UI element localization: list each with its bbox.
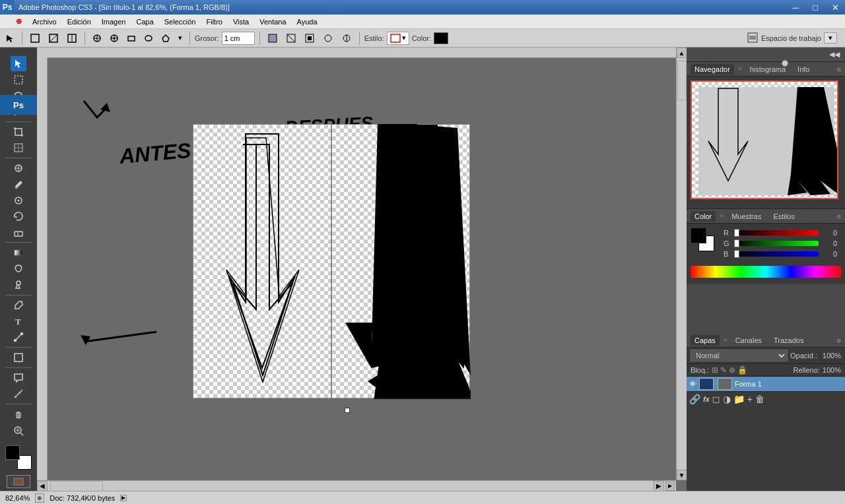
- layers-menu-btn[interactable]: ≡: [837, 336, 841, 344]
- tool-clone[interactable]: [11, 193, 26, 208]
- tool-icon-b[interactable]: [107, 32, 121, 44]
- grosor-input[interactable]: [222, 32, 255, 45]
- tool-icon-a[interactable]: [90, 32, 104, 44]
- path-btn-2[interactable]: [46, 32, 61, 45]
- lock-transparent-icon[interactable]: ⊞: [712, 365, 718, 375]
- workspace-dropdown-btn[interactable]: ▾: [824, 32, 837, 44]
- tool-hand[interactable]: [11, 407, 26, 422]
- transform-handle[interactable]: [345, 408, 350, 413]
- menu-seleccion[interactable]: Selección: [159, 15, 201, 29]
- tab-info[interactable]: Info: [794, 64, 813, 75]
- fg-color[interactable]: [691, 228, 706, 243]
- maximize-button[interactable]: □: [805, 0, 825, 15]
- layer-new-btn[interactable]: +: [747, 394, 753, 404]
- vscroll-down[interactable]: ▼: [677, 470, 687, 480]
- fg-bg-colors[interactable]: [691, 228, 714, 251]
- minimize-button[interactable]: ─: [786, 0, 805, 15]
- menu-edicion[interactable]: Edición: [62, 15, 96, 29]
- hscroll-thumb[interactable]: [50, 481, 103, 491]
- tool-move[interactable]: [11, 56, 26, 71]
- tool-zoom[interactable]: [11, 423, 26, 437]
- g-slider[interactable]: [734, 241, 819, 246]
- navigator-menu-btn[interactable]: ≡: [837, 65, 841, 73]
- blend-mode-select[interactable]: Normal: [691, 350, 788, 362]
- tab-navigator[interactable]: Navegador: [691, 64, 734, 75]
- tool-custom-shape[interactable]: [158, 32, 173, 44]
- path-btn-1[interactable]: [27, 32, 43, 45]
- tool-shape-ellipse[interactable]: [141, 32, 156, 44]
- tab-muestras[interactable]: Muestras: [727, 211, 765, 222]
- vscroll-up[interactable]: ▲: [677, 47, 687, 58]
- canvas-info-btn[interactable]: ▶: [665, 482, 675, 491]
- b-slider[interactable]: [734, 251, 819, 257]
- path-mode-1[interactable]: [265, 32, 281, 45]
- tab-estilos[interactable]: Estilos: [769, 211, 798, 222]
- tool-options-icon[interactable]: [3, 32, 17, 44]
- tool-gradient[interactable]: [11, 245, 26, 260]
- collapse-right-btn[interactable]: ◀◀: [827, 49, 842, 60]
- tool-path-selection[interactable]: [11, 330, 26, 344]
- layer-row-forma1[interactable]: 👁 Forma 1: [687, 377, 845, 391]
- layer-mask-btn[interactable]: ◻: [712, 394, 720, 404]
- menu-archivo[interactable]: Archivo: [27, 15, 62, 29]
- color-menu-btn[interactable]: ≡: [837, 212, 841, 220]
- tab-color[interactable]: Color: [691, 211, 716, 222]
- tool-annotations[interactable]: [11, 371, 26, 385]
- color-swatch[interactable]: [434, 32, 448, 44]
- navigator-preview[interactable]: [691, 80, 838, 199]
- lock-position-icon[interactable]: ⊕: [729, 365, 735, 375]
- tab-trazados[interactable]: Trazados: [770, 335, 807, 346]
- tool-arrow-dropdown[interactable]: ▾: [176, 32, 185, 44]
- layer-link-btn[interactable]: 🔗: [689, 394, 700, 404]
- menu-ayuda[interactable]: Ayuda: [292, 15, 323, 29]
- path-mode-4[interactable]: [320, 32, 336, 45]
- fg-color-swatch[interactable]: [5, 445, 20, 460]
- layer-fx-btn[interactable]: fx: [703, 395, 710, 403]
- vscroll-thumb[interactable]: [677, 61, 687, 100]
- path-mode-2[interactable]: [283, 32, 299, 45]
- tool-brush[interactable]: [11, 177, 26, 191]
- r-slider[interactable]: [734, 230, 819, 236]
- hscroll-bar[interactable]: ◀ ▶ ▶: [37, 480, 676, 491]
- menu-capa[interactable]: Capa: [131, 15, 158, 29]
- layer-delete-btn[interactable]: 🗑: [755, 394, 764, 404]
- layer-folder-btn[interactable]: 📁: [733, 394, 745, 404]
- layer-visibility-icon[interactable]: 👁: [689, 380, 696, 388]
- menu-adobe[interactable]: ⊕: [0, 15, 27, 29]
- close-button[interactable]: ✕: [825, 0, 845, 15]
- window-controls[interactable]: ─ □ ✕: [786, 0, 845, 15]
- quick-mask-btn[interactable]: [7, 475, 30, 488]
- canvas-viewport[interactable]: ANTES DESPUES: [48, 58, 676, 480]
- tool-text[interactable]: T: [11, 314, 26, 329]
- path-mode-3[interactable]: [302, 32, 318, 45]
- estilo-dropdown[interactable]: ▾: [387, 32, 409, 45]
- fg-bg-color-tool[interactable]: [5, 445, 32, 470]
- tool-selection[interactable]: [11, 73, 26, 87]
- ps-side-button[interactable]: Ps: [0, 95, 37, 115]
- tool-eraser[interactable]: [11, 225, 26, 239]
- menu-ventana[interactable]: Ventana: [254, 15, 291, 29]
- lock-brush-icon[interactable]: ✎: [720, 365, 727, 375]
- tool-pen[interactable]: [11, 298, 26, 312]
- tool-shape-rect[interactable]: [124, 32, 139, 44]
- tool-history[interactable]: [11, 209, 26, 224]
- path-mode-5[interactable]: [339, 32, 355, 45]
- layer-adj-btn[interactable]: ◑: [723, 394, 731, 404]
- tool-measure[interactable]: [11, 387, 26, 401]
- menu-imagen[interactable]: Imagen: [96, 15, 131, 29]
- tool-slice[interactable]: [11, 141, 26, 155]
- spectrum-bar[interactable]: [691, 266, 841, 278]
- lock-all-icon[interactable]: 🔒: [737, 365, 747, 375]
- menu-filtro[interactable]: Filtro: [201, 15, 227, 29]
- status-arrow-btn[interactable]: ▶: [120, 495, 127, 501]
- tool-dodge[interactable]: [11, 277, 26, 292]
- tool-shape[interactable]: [11, 350, 26, 365]
- path-btn-3[interactable]: [64, 32, 80, 45]
- tool-heal[interactable]: [11, 161, 26, 175]
- menu-vista[interactable]: Vista: [228, 15, 254, 29]
- hscroll-left[interactable]: ◀: [37, 481, 48, 491]
- tab-capas[interactable]: Capas: [691, 335, 720, 346]
- tool-crop[interactable]: [11, 125, 26, 139]
- status-zoom-icon[interactable]: ⊕: [35, 493, 44, 503]
- hscroll-right[interactable]: ▶: [654, 481, 664, 491]
